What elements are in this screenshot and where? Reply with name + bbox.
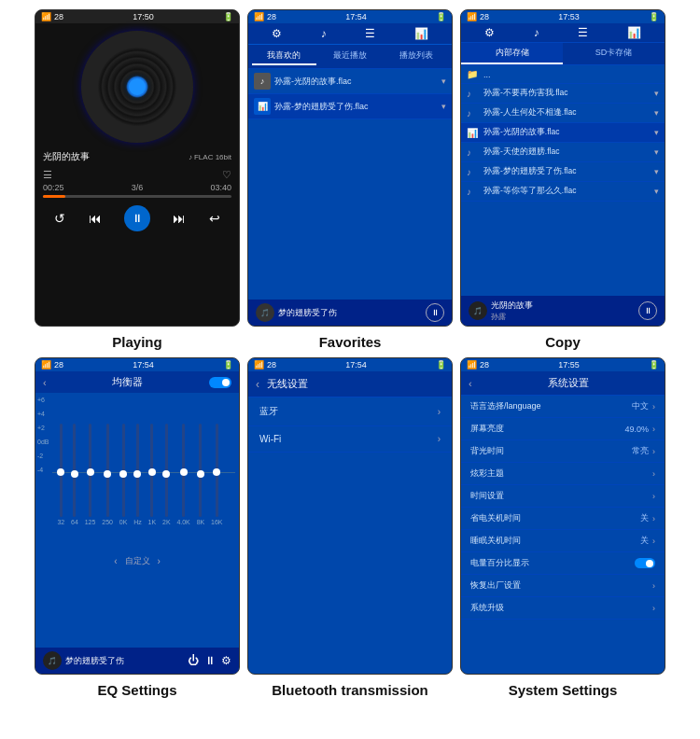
sys-item-backlight[interactable]: 背光时间 常亮 › <box>461 440 665 463</box>
copy-music-1: ♪ <box>467 89 480 99</box>
wifi-item-label: Wi-Fi <box>259 434 281 444</box>
copy-list-icon[interactable]: ☰ <box>578 26 588 39</box>
sys-header: ‹ 系统设置 <box>461 371 665 396</box>
sys-item-language[interactable]: 语言选择/language 中文 › <box>461 396 665 418</box>
gear-icon[interactable]: ⚙ <box>272 27 282 40</box>
bt-item-wifi[interactable]: Wi-Fi › <box>248 426 452 453</box>
bt-item-bluetooth[interactable]: 蓝牙 › <box>248 397 452 426</box>
copy-tab-sd[interactable]: SD卡存储 <box>563 43 665 64</box>
fav-play-btn[interactable]: ⏸ <box>426 303 444 322</box>
progress-bar-bg[interactable] <box>43 195 231 198</box>
copy-arrow-6: ▾ <box>654 187 659 196</box>
copy-item-1[interactable]: ♪ 孙露-不要再伤害我.flac ▾ <box>461 84 665 104</box>
eq-slider-0k[interactable]: 0K <box>119 409 128 539</box>
freq-16k: 16K <box>211 519 222 525</box>
eq-slider-64[interactable]: 64 <box>71 409 78 539</box>
sys-item-upgrade[interactable]: 系统升级 › <box>461 597 665 620</box>
sys-item-battery-pct[interactable]: 电量百分比显示 <box>461 552 665 575</box>
sys-item-theme[interactable]: 炫彩主题 › <box>461 463 665 485</box>
sys-signal: 28 <box>480 360 489 370</box>
bt-screen: 📶 28 17:54 🔋 ‹ 无线设置 蓝牙 › Wi-Fi › <box>247 357 453 675</box>
bt-screen-wrap: 📶 28 17:54 🔋 ‹ 无线设置 蓝牙 › Wi-Fi › <box>247 357 453 698</box>
sys-item-reset[interactable]: 恢复出厂设置 › <box>461 575 665 597</box>
eq-slider-2k[interactable]: 2K <box>162 409 171 539</box>
copy-play-btn[interactable]: ⏸ <box>638 301 657 320</box>
sys-item-brightness[interactable]: 屏幕亮度 49.0% › <box>461 418 665 440</box>
copy-thumb: 🎵 <box>469 301 487 320</box>
copy-item-2[interactable]: ♪ 孙露-人生何处不相逢.flac ▾ <box>461 104 665 123</box>
copy-arrow-2: ▾ <box>654 108 659 118</box>
copy-tab-internal[interactable]: 内部存储 <box>461 43 563 64</box>
playing-battery-icon: 🔋 <box>223 12 233 21</box>
fav-tab-liked[interactable]: 我喜欢的 <box>252 48 316 65</box>
sys-backlight-label: 背光时间 <box>470 445 504 457</box>
eq-slider-hz[interactable]: Hz <box>133 409 142 539</box>
sys-item-autoff[interactable]: 省电关机时间 关 › <box>461 508 665 530</box>
copy-now-title: 光阴的故事 <box>491 300 635 312</box>
fav-tab-playlist[interactable]: 播放列表 <box>384 48 448 65</box>
bt-back-btn[interactable]: ‹ <box>256 378 259 391</box>
bt-arrow-2: › <box>438 434 441 444</box>
track-info: 3/6 <box>132 183 144 192</box>
eq-thumb: 🎵 <box>43 651 62 670</box>
eq-slider-125[interactable]: 125 <box>85 409 96 539</box>
eq-slider-4k[interactable]: 4.0K <box>176 409 189 539</box>
freq-0k: 0K <box>119 519 128 525</box>
favorites-label: Favorites <box>319 334 382 350</box>
eq-slider-1k[interactable]: 1K <box>148 409 157 539</box>
sys-theme-arrow: › <box>652 469 655 479</box>
sys-back-btn[interactable]: ‹ <box>469 378 472 389</box>
copy-item-5[interactable]: ♪ 孙露-梦的翅膀受了伤.flac ▾ <box>461 162 665 182</box>
copy-item-3[interactable]: 📊 孙露-光阴的故事.flac ▾ <box>461 123 665 143</box>
sys-item-sleep[interactable]: 睡眠关机时间 关 › <box>461 530 665 552</box>
copy-music-icon[interactable]: ♪ <box>534 26 539 39</box>
playing-signal-icon: 📶 <box>41 12 51 21</box>
eq-signal-icon: 📶 <box>41 360 51 370</box>
eq-slider-32[interactable]: 32 <box>57 409 64 539</box>
copy-item-6[interactable]: ♪ 孙露-等你等了那么久.flac ▾ <box>461 182 665 202</box>
eq-slider-16k[interactable]: 16K <box>211 409 222 539</box>
sys-reset-label: 恢复出厂设置 <box>470 579 521 592</box>
sys-time-label: 时间设置 <box>470 490 504 502</box>
eq-slider-8k[interactable]: 8K <box>197 409 205 539</box>
fav-item-2-arrow: ▾ <box>441 102 446 111</box>
eq-now-title: 梦的翅膀受了伤 <box>65 655 184 667</box>
copy-label: Copy <box>545 334 581 350</box>
eq-sliders-icon[interactable]: ⚙ <box>221 654 231 667</box>
copy-bars-icon[interactable]: 📊 <box>627 26 641 39</box>
pause-button[interactable]: ⏸ <box>124 205 150 231</box>
sys-battery-pct-label: 电量百分比显示 <box>470 557 529 569</box>
fav-item-2[interactable]: 📊 孙露-梦的翅膀受了伤.flac ▾ <box>248 94 452 119</box>
eq-slider-250[interactable]: 250 <box>102 409 113 539</box>
copy-item-5-text: 孙露-梦的翅膀受了伤.flac <box>483 166 576 177</box>
fav-tab-recent[interactable]: 最近播放 <box>318 48 383 65</box>
battery-pct-toggle[interactable] <box>635 558 655 568</box>
prev-button[interactable]: ⏮ <box>89 211 102 226</box>
bt-label: Bluetooth transmission <box>272 682 428 698</box>
sys-autoff-val: 关 <box>640 512 649 524</box>
eq-pause-icon[interactable]: ⏸ <box>204 654 216 667</box>
eq-prev-icon[interactable]: ‹ <box>114 556 117 566</box>
copy-item-0[interactable]: 📁 ... <box>461 65 665 84</box>
copy-battery-icon: 🔋 <box>649 12 659 21</box>
progress-row: 00:25 3/6 03:40 <box>43 183 231 192</box>
copy-time: 17:53 <box>558 12 580 21</box>
fav-item-1[interactable]: ♪ 孙露-光阴的故事.flac ▾ <box>248 69 452 94</box>
list-icon2[interactable]: ☰ <box>365 27 375 40</box>
copy-item-3-text: 孙露-光阴的故事.flac <box>483 127 559 138</box>
copy-gear-icon[interactable]: ⚙ <box>484 26 495 39</box>
eq-power-icon[interactable]: ⏻ <box>188 654 199 667</box>
sys-item-time[interactable]: 时间设置 › <box>461 485 665 508</box>
eq-next-icon[interactable]: › <box>158 556 161 566</box>
eq-toggle[interactable] <box>209 377 231 388</box>
repeat-button[interactable]: ↺ <box>54 211 65 226</box>
bt-time: 17:54 <box>345 360 367 370</box>
back-button[interactable]: ↩ <box>209 211 220 226</box>
copy-item-4[interactable]: ♪ 孙露-天使的翅膀.flac ▾ <box>461 143 665 162</box>
music-icon[interactable]: ♪ <box>321 27 327 40</box>
fav-tabs: 我喜欢的 最近播放 播放列表 <box>248 45 452 69</box>
eq-center-line <box>52 472 235 473</box>
copy-signal: 28 <box>480 12 489 21</box>
bars-icon[interactable]: 📊 <box>414 27 428 40</box>
next-button[interactable]: ⏭ <box>173 211 186 226</box>
